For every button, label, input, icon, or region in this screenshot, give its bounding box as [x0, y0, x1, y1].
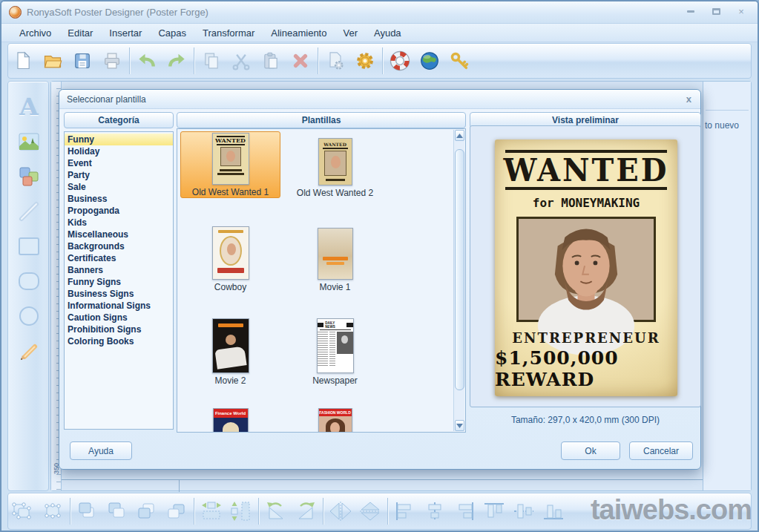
- app-window: RonyaSoft Poster Designer (Poster Forge)…: [0, 0, 759, 532]
- category-item-prohibition-signs[interactable]: Prohibition Signs: [65, 324, 173, 335]
- redo-button[interactable]: [162, 45, 191, 76]
- flip-horizontal-button[interactable]: [326, 498, 355, 525]
- template-partial-finance[interactable]: Finance World: [180, 408, 280, 433]
- menu-capas[interactable]: Capas: [151, 26, 194, 40]
- send-backward-button[interactable]: [162, 498, 191, 525]
- category-item-backgrounds[interactable]: Backgrounds: [65, 240, 173, 252]
- category-item-funny-signs[interactable]: Funny Signs: [65, 276, 173, 288]
- bring-to-front-button[interactable]: [73, 498, 102, 525]
- template-old-west-wanted-1[interactable]: WANTED Old West Wanted 1: [180, 131, 280, 198]
- text-tool-button[interactable]: A: [13, 91, 45, 123]
- dialog-title-bar[interactable]: Seleccionar plantilla x: [59, 90, 700, 109]
- category-column-header[interactable]: Categoría: [64, 112, 174, 128]
- category-item-sale[interactable]: Sale: [65, 181, 173, 193]
- maximize-button[interactable]: [710, 6, 722, 16]
- new-document-button[interactable]: [8, 45, 38, 76]
- template-old-west-wanted-2[interactable]: WANTED Old West Wanted 2: [285, 131, 385, 198]
- template-movie-1[interactable]: Movie 1: [285, 224, 385, 292]
- web-button[interactable]: [415, 45, 444, 76]
- open-button[interactable]: [38, 45, 68, 76]
- category-item-funny[interactable]: Funny: [65, 134, 173, 145]
- page-setup-button[interactable]: [321, 45, 350, 76]
- category-item-business[interactable]: Business: [65, 193, 173, 205]
- align-right-button[interactable]: [450, 498, 479, 525]
- copy-button[interactable]: [197, 45, 226, 76]
- template-label: Movie 1: [319, 282, 350, 292]
- bring-forward-button[interactable]: [132, 498, 162, 525]
- align-bottom-button[interactable]: [539, 498, 568, 525]
- select-frame-button[interactable]: [38, 498, 68, 525]
- menu-insertar[interactable]: Insertar: [102, 26, 149, 40]
- menu-transformar[interactable]: Transformar: [195, 26, 262, 40]
- template-label: Old West Wanted 1: [192, 187, 269, 197]
- template-partial-fashion[interactable]: FASHION WORLD: [285, 408, 385, 433]
- category-item-banners[interactable]: Banners: [65, 264, 173, 276]
- category-item-informational-signs[interactable]: Informational Signs: [65, 300, 173, 312]
- category-item-coloring-books[interactable]: Coloring Books: [65, 335, 173, 347]
- save-button[interactable]: [68, 45, 97, 76]
- scroll-down-button[interactable]: [455, 420, 464, 431]
- send-to-back-icon: [105, 500, 130, 522]
- category-item-caution-signs[interactable]: Caution Signs: [65, 312, 173, 324]
- templates-column-header[interactable]: Plantillas: [177, 112, 466, 128]
- template-thumbnail: FASHION WORLD: [318, 408, 352, 433]
- rotate-left-button[interactable]: [261, 498, 291, 525]
- shapes-tool-button[interactable]: [13, 160, 45, 193]
- category-item-event[interactable]: Event: [65, 157, 173, 169]
- template-newspaper[interactable]: DAILY NEWS Newspaper: [285, 316, 385, 386]
- cancel-button[interactable]: Cancelar: [629, 441, 693, 460]
- help-button[interactable]: Ayuda: [70, 441, 132, 460]
- match-height-icon: [229, 500, 254, 522]
- image-tool-button[interactable]: [13, 125, 45, 158]
- align-middle-button[interactable]: [509, 498, 539, 525]
- match-height-button[interactable]: [226, 498, 256, 525]
- minimize-button[interactable]: [685, 6, 697, 16]
- close-button[interactable]: ×: [735, 6, 747, 16]
- delete-button[interactable]: [286, 45, 315, 76]
- globe-icon: [418, 50, 441, 72]
- category-item-holiday[interactable]: Holiday: [65, 145, 173, 157]
- scroll-up-button[interactable]: [455, 130, 464, 141]
- menu-alineamiento[interactable]: Alineamiento: [263, 26, 334, 40]
- print-button[interactable]: [97, 45, 127, 76]
- tool-palette: A: [7, 81, 49, 491]
- category-item-kids[interactable]: Kids: [65, 217, 173, 229]
- settings-button[interactable]: [350, 45, 380, 76]
- select-objects-button[interactable]: [8, 498, 38, 525]
- ellipse-tool-button[interactable]: [13, 300, 45, 332]
- category-item-party[interactable]: Party: [65, 169, 173, 181]
- ok-button[interactable]: Ok: [561, 441, 620, 460]
- menu-ayuda[interactable]: Ayuda: [367, 26, 409, 40]
- send-to-back-button[interactable]: [102, 498, 132, 525]
- cut-button[interactable]: [226, 45, 256, 76]
- category-item-miscellaneous[interactable]: Miscellaneous: [65, 229, 173, 240]
- menu-ver[interactable]: Ver: [335, 26, 365, 40]
- category-item-propoganda[interactable]: Propoganda: [65, 205, 173, 217]
- maximize-icon: [712, 8, 720, 15]
- rotate-right-button[interactable]: [291, 498, 321, 525]
- category-item-certificates[interactable]: Certificates: [65, 252, 173, 264]
- rectangle-tool-button[interactable]: [13, 230, 45, 263]
- rounded-rectangle-tool-button[interactable]: [13, 265, 45, 298]
- undo-button[interactable]: [132, 45, 162, 76]
- template-cowboy[interactable]: Cowboy: [180, 224, 280, 292]
- flip-vertical-button[interactable]: [355, 498, 385, 525]
- scrollbar-thumb[interactable]: [455, 149, 464, 390]
- templates-scrollbar[interactable]: [453, 130, 464, 431]
- category-item-business-signs[interactable]: Business Signs: [65, 288, 173, 300]
- template-movie-2[interactable]: Movie 2: [180, 316, 280, 386]
- dialog-close-button[interactable]: x: [685, 93, 693, 105]
- menu-editar[interactable]: Editar: [60, 26, 100, 40]
- template-thumbnail: DAILY NEWS: [317, 318, 354, 373]
- menu-archivo[interactable]: Archivo: [12, 26, 59, 40]
- pencil-tool-button[interactable]: [13, 335, 45, 367]
- license-key-button[interactable]: [444, 45, 474, 76]
- align-top-button[interactable]: [479, 498, 509, 525]
- bring-to-front-icon: [75, 500, 100, 522]
- help-button[interactable]: [385, 45, 415, 76]
- line-tool-button[interactable]: [13, 195, 45, 228]
- align-center-button[interactable]: [420, 498, 450, 525]
- match-width-button[interactable]: [197, 498, 226, 525]
- align-left-button[interactable]: [390, 498, 420, 525]
- paste-button[interactable]: [256, 45, 286, 76]
